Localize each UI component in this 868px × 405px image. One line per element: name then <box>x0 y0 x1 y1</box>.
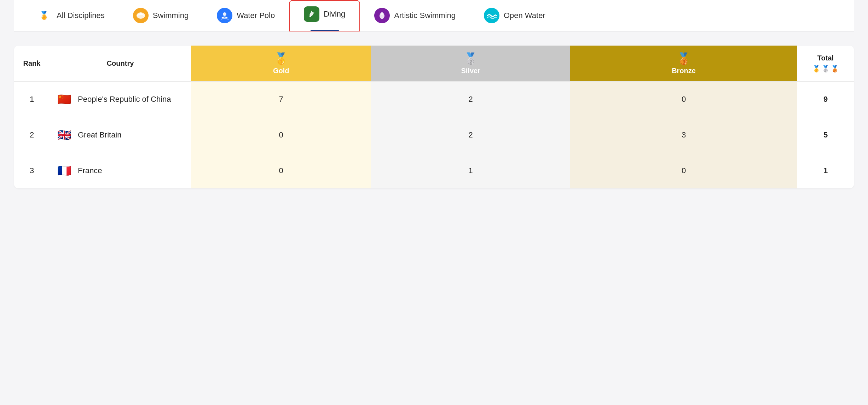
country-inner: 🇨🇳 People's Republic of China <box>57 92 184 107</box>
total-bronze-icon: 🥉 <box>831 65 839 73</box>
country-name: People's Republic of China <box>78 95 171 104</box>
artistic-swimming-icon <box>374 8 390 23</box>
silver-medal-icon: 🥈 <box>464 52 478 65</box>
cell-rank: 2 <box>14 117 50 153</box>
table-row: 3 🇫🇷 France 0 1 0 1 <box>14 153 854 189</box>
medals-table: Rank Country 🥇 Gold 🥈 Silver <box>14 46 854 188</box>
bronze-label: Bronze <box>672 67 696 75</box>
svg-point-4 <box>381 13 383 15</box>
cell-rank: 1 <box>14 82 50 117</box>
cell-rank: 3 <box>14 153 50 189</box>
diving-icon <box>304 6 319 22</box>
tab-swimming[interactable]: Swimming <box>119 1 203 30</box>
tab-waterpolo[interactable]: Water Polo <box>203 1 289 30</box>
country-flag: 🇬🇧 <box>57 127 72 143</box>
tab-active-underline <box>311 30 339 31</box>
total-silver-icon: 🥈 <box>822 65 829 73</box>
silver-label: Silver <box>461 67 480 75</box>
cell-country: 🇫🇷 France <box>50 153 191 189</box>
cell-silver: 1 <box>371 153 570 189</box>
cell-country: 🇬🇧 Great Britain <box>50 117 191 153</box>
country-name: France <box>78 166 102 175</box>
svg-point-3 <box>309 16 311 17</box>
cell-country: 🇨🇳 People's Republic of China <box>50 82 191 117</box>
country-name: Great Britain <box>78 130 122 140</box>
country-inner: 🇫🇷 France <box>57 163 184 178</box>
tab-diving-label: Diving <box>324 10 345 19</box>
tab-artistic-swimming-label: Artistic Swimming <box>394 11 456 20</box>
col-header-total: Total 🥇 🥈 🥉 <box>797 46 854 82</box>
svg-point-1 <box>139 13 142 15</box>
cell-total: 1 <box>797 153 854 189</box>
total-label: Total <box>817 54 834 62</box>
tab-open-water-label: Open Water <box>504 11 545 20</box>
waterpolo-icon <box>217 8 232 23</box>
cell-bronze: 0 <box>570 82 797 117</box>
col-header-bronze: 🥉 Bronze <box>570 46 797 82</box>
cell-silver: 2 <box>371 117 570 153</box>
tab-artistic-swimming[interactable]: Artistic Swimming <box>360 1 470 30</box>
cell-bronze: 0 <box>570 153 797 189</box>
country-flag: 🇨🇳 <box>57 92 72 107</box>
country-inner: 🇬🇧 Great Britain <box>57 127 184 143</box>
gold-medal-icon: 🥇 <box>274 52 288 65</box>
total-header-icons: 🥇 🥈 🥉 <box>812 65 839 73</box>
open-water-icon <box>484 8 499 23</box>
all-disciplines-icon: 🏅 <box>35 7 52 24</box>
cell-bronze: 3 <box>570 117 797 153</box>
tab-swimming-label: Swimming <box>153 11 189 20</box>
gold-label: Gold <box>273 67 289 75</box>
cell-gold: 0 <box>191 117 371 153</box>
medals-table-container: Rank Country 🥇 Gold 🥈 Silver <box>14 46 854 188</box>
tab-navigation: 🏅 All Disciplines Swimming <box>14 0 854 31</box>
cell-silver: 2 <box>371 82 570 117</box>
cell-gold: 0 <box>191 153 371 189</box>
total-gold-icon: 🥇 <box>812 65 820 73</box>
tab-diving[interactable]: Diving <box>289 0 360 31</box>
col-header-silver: 🥈 Silver <box>371 46 570 82</box>
tab-all-disciplines-label: All Disciplines <box>57 11 105 20</box>
country-flag: 🇫🇷 <box>57 163 72 178</box>
col-header-gold: 🥇 Gold <box>191 46 371 82</box>
table-row: 2 🇬🇧 Great Britain 0 2 3 5 <box>14 117 854 153</box>
tab-open-water[interactable]: Open Water <box>470 1 560 30</box>
swimming-icon <box>133 8 149 23</box>
bronze-medal-icon: 🥉 <box>677 52 691 65</box>
tab-all-disciplines[interactable]: 🏅 All Disciplines <box>21 1 119 30</box>
page-container: 🏅 All Disciplines Swimming <box>0 0 868 202</box>
table-row: 1 🇨🇳 People's Republic of China 7 2 0 9 <box>14 82 854 117</box>
col-header-country: Country <box>50 46 191 82</box>
col-header-rank: Rank <box>14 46 50 82</box>
svg-point-2 <box>223 12 226 16</box>
cell-total: 9 <box>797 82 854 117</box>
tab-waterpolo-label: Water Polo <box>237 11 275 20</box>
cell-gold: 7 <box>191 82 371 117</box>
cell-total: 5 <box>797 117 854 153</box>
